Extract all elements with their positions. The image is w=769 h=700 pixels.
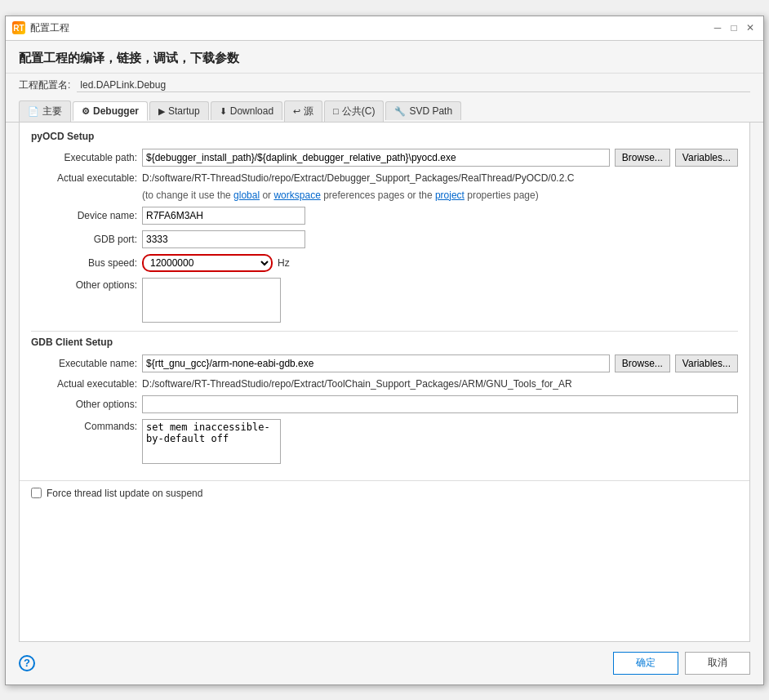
cancel-button[interactable]: 取消 — [685, 652, 750, 675]
force-thread-checkbox[interactable] — [31, 488, 42, 498]
executable-path-row: Executable path: Browse... Variables... — [31, 149, 738, 167]
gdb-port-label: GDB port: — [31, 234, 137, 245]
close-button[interactable]: ✕ — [744, 21, 757, 34]
pyocd-other-options-container — [142, 278, 738, 325]
project-name-label: 工程配置名: — [19, 78, 70, 92]
startup-tab-icon: ▶ — [158, 106, 165, 117]
hint-project-link[interactable]: project — [435, 189, 465, 201]
gdb-commands-row: Commands: set mem inaccessible-by-defaul… — [31, 419, 738, 466]
help-area: ? — [19, 655, 35, 671]
tab-debugger-label: Debugger — [93, 105, 139, 117]
source-tab-icon: ↩ — [293, 106, 300, 117]
actual-exec-label: Actual executable: — [31, 172, 137, 184]
force-thread-label: Force thread list update on suspend — [47, 488, 202, 499]
pyocd-section-title: pyOCD Setup — [31, 131, 738, 142]
app-icon: RT — [12, 21, 25, 34]
gdb-section-title: GDB Client Setup — [31, 337, 738, 348]
tab-svd-label: SVD Path — [409, 105, 452, 117]
tab-main-label: 主要 — [42, 105, 62, 118]
gdb-actual-exec-value: D:/software/RT-ThreadStudio/repo/Extract… — [142, 378, 738, 390]
gdb-other-options-input[interactable] — [142, 395, 738, 413]
hz-label: Hz — [278, 257, 290, 269]
bottom-bar: ? 确定 取消 — [6, 642, 763, 684]
tabs-bar: 📄 主要 ⚙ Debugger ▶ Startup ⬇ Download ↩ 源… — [6, 97, 763, 123]
bus-speed-select[interactable]: 12000000 1000000 4000000 8000000 2400000… — [142, 254, 273, 272]
public-tab-icon: □ — [333, 106, 339, 116]
minimize-button[interactable]: ─ — [711, 21, 724, 34]
maximize-button[interactable]: □ — [727, 21, 740, 34]
title-bar: RT 配置工程 ─ □ ✕ — [6, 16, 763, 41]
device-name-label: Device name: — [31, 210, 137, 221]
gdb-browse-button[interactable]: Browse... — [615, 354, 670, 372]
title-controls: ─ □ ✕ — [711, 21, 757, 34]
gdb-variables-button[interactable]: Variables... — [675, 354, 738, 372]
hint-row: (to change it use the global or workspac… — [142, 189, 738, 201]
tab-debugger[interactable]: ⚙ Debugger — [73, 101, 148, 121]
tab-source[interactable]: ↩ 源 — [284, 100, 322, 122]
hint-middle: preferences pages or the — [321, 189, 435, 201]
hint-after: properties page) — [465, 189, 539, 201]
gdb-commands-label: Commands: — [31, 419, 137, 432]
tab-public[interactable]: □ 公共(C) — [324, 100, 384, 122]
hint-workspace-link[interactable]: workspace — [273, 189, 320, 201]
action-buttons: 确定 取消 — [613, 652, 750, 675]
gdb-exec-name-input[interactable] — [142, 354, 610, 372]
help-icon[interactable]: ? — [19, 655, 35, 671]
gdb-commands-container: set mem inaccessible-by-default off — [142, 419, 738, 466]
section-divider — [31, 331, 738, 332]
actual-exec-row: Actual executable: D:/software/RT-Thread… — [31, 172, 738, 184]
gdb-other-options-row: Other options: — [31, 395, 738, 413]
exec-browse-button[interactable]: Browse... — [615, 149, 670, 167]
device-name-input[interactable] — [142, 207, 305, 225]
bus-speed-label: Bus speed: — [31, 257, 137, 269]
gdb-actual-exec-label: Actual executable: — [31, 378, 137, 390]
project-name-row: 工程配置名: led.DAPLink.Debug — [6, 73, 763, 97]
hint-global-link[interactable]: global — [233, 189, 260, 201]
pyocd-other-options-label: Other options: — [31, 278, 137, 291]
executable-path-input[interactable] — [142, 149, 610, 167]
tab-svd[interactable]: 🔧 SVD Path — [385, 101, 461, 120]
project-name-value: led.DAPLink.Debug — [77, 78, 750, 92]
exec-variables-button[interactable]: Variables... — [675, 149, 738, 167]
tab-source-label: 源 — [304, 105, 313, 118]
svd-tab-icon: 🔧 — [394, 106, 406, 117]
tab-public-label: 公共(C) — [342, 105, 376, 118]
page-header: 配置工程的编译，链接，调试，下载参数 — [6, 41, 763, 73]
hint-or: or — [260, 189, 273, 201]
main-tab-icon: 📄 — [28, 106, 39, 117]
gdb-actual-exec-row: Actual executable: D:/software/RT-Thread… — [31, 378, 738, 390]
pyocd-other-options-textarea[interactable] — [142, 278, 281, 323]
device-name-row: Device name: — [31, 207, 738, 225]
hint-before: (to change it use the — [142, 189, 233, 201]
main-window: RT 配置工程 ─ □ ✕ 配置工程的编译，链接，调试，下载参数 工程配置名: … — [5, 16, 764, 685]
content-area: pyOCD Setup Executable path: Browse... V… — [19, 123, 750, 642]
tab-startup[interactable]: ▶ Startup — [149, 101, 209, 120]
tab-download[interactable]: ⬇ Download — [211, 101, 282, 120]
download-tab-icon: ⬇ — [220, 106, 227, 117]
actual-exec-value: D:/software/RT-ThreadStudio/repo/Extract… — [142, 172, 738, 184]
gdb-port-row: GDB port: — [31, 230, 738, 248]
gdb-exec-name-label: Executable name: — [31, 358, 137, 369]
tab-main[interactable]: 📄 主要 — [19, 100, 71, 122]
bus-speed-row: Bus speed: 12000000 1000000 4000000 8000… — [31, 254, 738, 272]
page-title: 配置工程的编译，链接，调试，下载参数 — [19, 51, 750, 66]
gdb-exec-name-row: Executable name: Browse... Variables... — [31, 354, 738, 372]
executable-path-label: Executable path: — [31, 152, 137, 163]
debugger-tab-icon: ⚙ — [82, 106, 90, 117]
window-title: 配置工程 — [30, 21, 69, 35]
ok-button[interactable]: 确定 — [613, 652, 678, 675]
tab-download-label: Download — [230, 105, 273, 117]
tab-startup-label: Startup — [168, 105, 200, 117]
pyocd-other-options-row: Other options: — [31, 278, 738, 325]
gdb-port-input[interactable] — [142, 230, 305, 248]
title-bar-left: RT 配置工程 — [12, 21, 69, 35]
content-inner: pyOCD Setup Executable path: Browse... V… — [20, 123, 749, 480]
gdb-other-options-label: Other options: — [31, 399, 137, 410]
force-thread-row: Force thread list update on suspend — [20, 480, 749, 506]
gdb-commands-textarea[interactable]: set mem inaccessible-by-default off — [142, 419, 281, 464]
